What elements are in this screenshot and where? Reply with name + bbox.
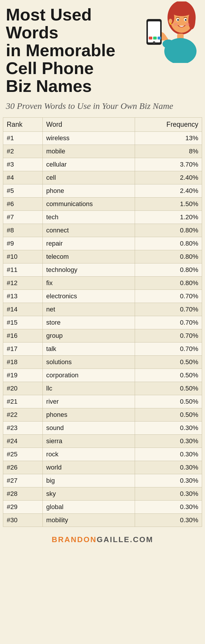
brand-suffix: .COM <box>130 535 153 544</box>
svg-point-18 <box>153 41 155 44</box>
main-title: Most Used Words in Memorable Cell Phone … <box>6 6 129 95</box>
table-row: #2mobile8% <box>3 145 202 158</box>
cell-rank: #13 <box>3 290 43 303</box>
cell-frequency: 2.40% <box>135 184 202 198</box>
cell-word: group <box>42 329 135 342</box>
table-row: #26world0.30% <box>3 461 202 474</box>
cell-word: world <box>42 461 135 474</box>
cell-rank: #8 <box>3 224 43 237</box>
cell-frequency: 0.80% <box>135 263 202 277</box>
header-illustration <box>139 1 204 63</box>
cell-frequency: 0.30% <box>135 474 202 487</box>
cell-frequency: 0.80% <box>135 224 202 237</box>
svg-point-10 <box>185 19 187 21</box>
table-row: #24sierra0.30% <box>3 435 202 448</box>
header-section: Most Used Words in Memorable Cell Phone … <box>0 0 205 98</box>
cell-frequency: 0.50% <box>135 369 202 382</box>
table-row: #7tech1.20% <box>3 211 202 224</box>
cell-word: sky <box>42 487 135 501</box>
cell-frequency: 1.20% <box>135 211 202 224</box>
cell-frequency: 0.70% <box>135 290 202 303</box>
subtitle-section: 30 Proven Words to Use in Your Own Biz N… <box>0 98 205 116</box>
cell-frequency: 0.30% <box>135 514 202 527</box>
cell-rank: #28 <box>3 487 43 501</box>
cell-word: talk <box>42 342 135 356</box>
table-row: #11technology0.80% <box>3 263 202 277</box>
cell-frequency: 0.50% <box>135 382 202 395</box>
cell-word: technology <box>42 263 135 277</box>
cell-word: phones <box>42 408 135 422</box>
table-row: #14net0.70% <box>3 303 202 316</box>
subtitle-text: 30 Proven Words to Use in Your Own Biz N… <box>6 100 176 112</box>
table-row: #16group0.70% <box>3 329 202 342</box>
col-frequency: Frequency <box>135 118 202 132</box>
cell-rank: #21 <box>3 395 43 408</box>
svg-point-9 <box>177 19 179 21</box>
cell-rank: #9 <box>3 237 43 250</box>
cell-frequency: 0.80% <box>135 237 202 250</box>
cell-word: mobility <box>42 514 135 527</box>
col-rank: Rank <box>3 118 43 132</box>
svg-point-11 <box>169 19 172 23</box>
cell-frequency: 0.70% <box>135 316 202 329</box>
cell-word: electronics <box>42 290 135 303</box>
cell-word: river <box>42 395 135 408</box>
cell-rank: #7 <box>3 211 43 224</box>
cell-word: big <box>42 474 135 487</box>
cell-frequency: 0.30% <box>135 501 202 514</box>
cell-rank: #5 <box>3 184 43 198</box>
cell-rank: #27 <box>3 474 43 487</box>
cell-frequency: 0.80% <box>135 250 202 263</box>
table-row: #10telecom0.80% <box>3 250 202 263</box>
cell-rank: #1 <box>3 132 43 145</box>
table-row: #9repair0.80% <box>3 237 202 250</box>
brand-logo: BRANDONGAILLE.COM <box>6 535 199 544</box>
title-line2: in Memorable <box>6 41 115 60</box>
svg-rect-17 <box>158 37 161 40</box>
svg-point-12 <box>170 23 171 25</box>
cell-word: wireless <box>42 132 135 145</box>
page-wrapper: Most Used Words in Memorable Cell Phone … <box>0 0 205 549</box>
table-row: #1wireless13% <box>3 132 202 145</box>
cell-rank: #2 <box>3 145 43 158</box>
svg-rect-16 <box>153 37 157 40</box>
cell-rank: #3 <box>3 158 43 171</box>
cell-frequency: 2.40% <box>135 171 202 184</box>
cell-frequency: 0.30% <box>135 435 202 448</box>
cell-word: sierra <box>42 435 135 448</box>
brand-part1: BRANDON <box>52 535 97 544</box>
table-row: #20llc0.50% <box>3 382 202 395</box>
cell-rank: #19 <box>3 369 43 382</box>
footer-section: BRANDONGAILLE.COM <box>0 530 205 549</box>
cell-rank: #22 <box>3 408 43 422</box>
cell-rank: #11 <box>3 263 43 277</box>
cell-rank: #23 <box>3 422 43 435</box>
cell-frequency: 0.30% <box>135 422 202 435</box>
cell-word: cell <box>42 171 135 184</box>
cell-frequency: 13% <box>135 132 202 145</box>
cell-rank: #29 <box>3 501 43 514</box>
table-header-row: Rank Word Frequency <box>3 118 202 132</box>
cell-rank: #10 <box>3 250 43 263</box>
svg-rect-15 <box>149 37 152 40</box>
cell-word: corporation <box>42 369 135 382</box>
cell-rank: #25 <box>3 448 43 461</box>
table-row: #5phone2.40% <box>3 184 202 198</box>
cell-frequency: 1.50% <box>135 198 202 211</box>
cell-rank: #18 <box>3 356 43 369</box>
cell-rank: #12 <box>3 277 43 290</box>
title-line4: Biz Names <box>6 76 92 95</box>
cell-frequency: 0.70% <box>135 342 202 356</box>
cell-word: net <box>42 303 135 316</box>
cell-frequency: 0.50% <box>135 395 202 408</box>
title-line3: Cell Phone <box>6 59 94 78</box>
cell-word: telecom <box>42 250 135 263</box>
cell-frequency: 0.50% <box>135 408 202 422</box>
table-row: #15store0.70% <box>3 316 202 329</box>
cell-frequency: 0.70% <box>135 303 202 316</box>
cell-frequency: 0.30% <box>135 487 202 501</box>
svg-point-5 <box>188 12 195 29</box>
table-row: #25rock0.30% <box>3 448 202 461</box>
table-row: #3cellular3.70% <box>3 158 202 171</box>
cell-frequency: 0.30% <box>135 461 202 474</box>
